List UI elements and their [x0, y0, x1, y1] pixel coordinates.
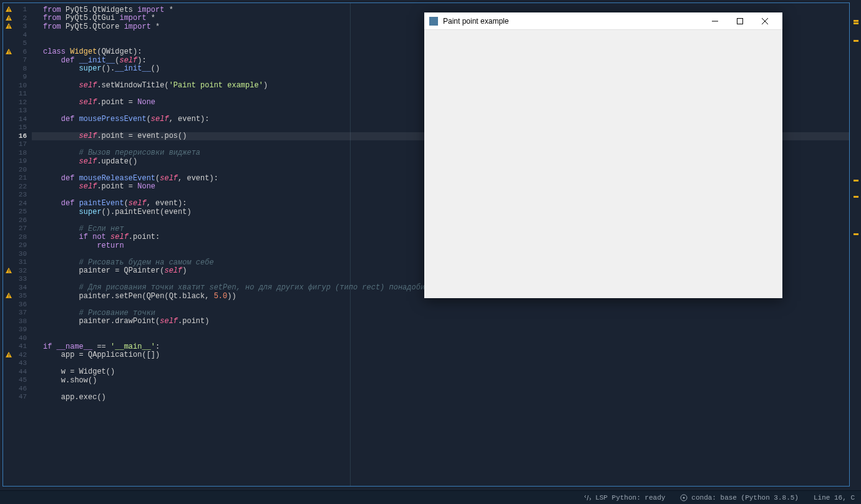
close-button[interactable] [752, 13, 777, 29]
line-number[interactable]: 17 [3, 140, 32, 149]
code-line[interactable]: def mouseReleaseEvent(self, event): [43, 174, 218, 183]
app-icon [429, 17, 438, 26]
line-number[interactable]: 41 [3, 342, 32, 351]
lsp-icon [584, 494, 591, 502]
code-line[interactable]: if not self.point: [43, 233, 160, 242]
minimap-marker [854, 40, 859, 42]
line-number[interactable]: 33 [3, 275, 32, 284]
code-line[interactable]: w.show() [43, 376, 97, 385]
warning-icon[interactable] [6, 6, 13, 14]
code-line[interactable]: painter = QPainter(self) [43, 267, 187, 276]
line-number[interactable]: 46 [3, 385, 32, 394]
line-number[interactable]: 23 [3, 191, 32, 200]
code-line[interactable]: # Рисование точки [43, 309, 155, 317]
code-line[interactable]: super().__init__() [43, 65, 160, 74]
line-number[interactable]: 13 [3, 107, 32, 115]
warning-icon[interactable] [6, 352, 13, 359]
line-number[interactable]: 22 [3, 183, 32, 191]
titlebar[interactable]: Paint point example [424, 12, 782, 30]
line-number[interactable]: 38 [3, 317, 32, 326]
code-line[interactable]: # Вызов перерисовки виджета [43, 149, 200, 158]
line-number[interactable]: 47 [3, 393, 32, 402]
code-line[interactable]: self.point = event.pos() [43, 132, 187, 141]
line-number[interactable]: 28 [3, 233, 32, 242]
status-bar: LSP Python: ready conda: base (Python 3.… [0, 490, 861, 504]
code-line[interactable]: # Для рисования точки хватит setPen, но … [43, 284, 479, 293]
code-line[interactable]: def mousePressEvent(self, event): [43, 115, 209, 124]
minimap-marker [854, 233, 859, 235]
code-line[interactable]: def paintEvent(self, event): [43, 200, 187, 208]
warning-icon[interactable] [6, 23, 13, 31]
line-number[interactable]: 12 [3, 99, 32, 107]
warning-icon[interactable] [6, 15, 13, 22]
window-controls [703, 13, 777, 29]
code-line[interactable]: self.point = None [43, 183, 155, 191]
status-lsp[interactable]: LSP Python: ready [584, 494, 665, 502]
line-number[interactable]: 43 [3, 359, 32, 368]
code-line[interactable]: from PyQt5.QtWidgets import * [43, 6, 173, 14]
line-number[interactable]: 21 [3, 174, 32, 183]
code-line[interactable]: self.point = None [43, 99, 155, 107]
status-conda[interactable]: conda: base (Python 3.8.5) [680, 494, 799, 502]
conda-icon [680, 494, 688, 502]
line-number[interactable]: 18 [3, 149, 32, 158]
minimap-marker [854, 180, 859, 182]
window-content[interactable] [424, 30, 782, 298]
line-number[interactable]: 30 [3, 250, 32, 259]
code-line[interactable]: from PyQt5.QtGui import * [43, 14, 155, 23]
code-line[interactable]: from PyQt5.QtCore import * [43, 22, 160, 31]
line-number[interactable]: 19 [3, 157, 32, 166]
line-number[interactable]: 27 [3, 225, 32, 233]
svg-point-5 [683, 497, 685, 498]
app-window: Paint point example [424, 12, 782, 298]
minimize-button[interactable] [703, 13, 727, 29]
line-number[interactable]: 16 [3, 132, 32, 141]
code-line[interactable]: painter.drawPoint(self.point) [43, 317, 209, 326]
line-number[interactable]: 24 [3, 200, 32, 208]
status-line[interactable]: Line 16, C [814, 494, 855, 502]
line-number[interactable]: 36 [3, 301, 32, 309]
code-line[interactable]: app.exec() [43, 393, 106, 402]
line-number[interactable]: 4 [3, 31, 32, 40]
code-line[interactable]: # Если нет [43, 225, 124, 233]
code-line[interactable]: # Рисовать будем на самом себе [43, 258, 214, 267]
line-number[interactable]: 20 [3, 166, 32, 175]
code-line[interactable]: painter.setPen(QPen(Qt.black, 5.0)) [43, 292, 236, 301]
code-line[interactable]: if __name__ == '__main__': [43, 342, 160, 351]
warning-icon[interactable] [6, 293, 13, 300]
line-number[interactable]: 44 [3, 368, 32, 377]
line-number[interactable]: 34 [3, 284, 32, 293]
minimap[interactable] [851, 2, 859, 487]
line-number[interactable]: 15 [3, 124, 32, 132]
line-number[interactable]: 25 [3, 208, 32, 216]
code-line[interactable]: app = QApplication([]) [43, 351, 160, 360]
line-number[interactable]: 11 [3, 90, 32, 99]
line-number[interactable]: 39 [3, 326, 32, 334]
status-line-text: Line 16, C [814, 494, 855, 502]
line-number[interactable]: 37 [3, 309, 32, 317]
code-line[interactable]: def __init__(self): [43, 56, 147, 65]
warning-icon[interactable] [6, 49, 13, 56]
line-number[interactable]: 31 [3, 258, 32, 267]
window-title: Paint point example [443, 17, 703, 26]
line-number[interactable]: 40 [3, 334, 32, 343]
code-line[interactable]: super().paintEvent(event) [43, 208, 192, 216]
line-number[interactable]: 9 [3, 73, 32, 82]
line-number[interactable]: 45 [3, 376, 32, 385]
minimap-marker [854, 22, 859, 24]
code-line[interactable]: return [43, 241, 124, 250]
line-number[interactable]: 14 [3, 115, 32, 124]
code-line[interactable]: class Widget(QWidget): [43, 48, 142, 57]
line-number[interactable]: 29 [3, 241, 32, 250]
line-number[interactable]: 10 [3, 82, 32, 90]
line-number[interactable]: 7 [3, 56, 32, 65]
code-line[interactable]: self.setWindowTitle('Paint point example… [43, 82, 268, 90]
maximize-button[interactable] [727, 13, 752, 29]
code-line[interactable]: w = Widget() [43, 368, 115, 377]
gutter[interactable]: 1234567891011121314151617181920212223242… [3, 3, 32, 486]
warning-icon[interactable] [6, 268, 13, 275]
code-line[interactable]: self.update() [43, 157, 137, 166]
line-number[interactable]: 8 [3, 65, 32, 74]
line-number[interactable]: 26 [3, 216, 32, 225]
line-number[interactable]: 5 [3, 39, 32, 48]
